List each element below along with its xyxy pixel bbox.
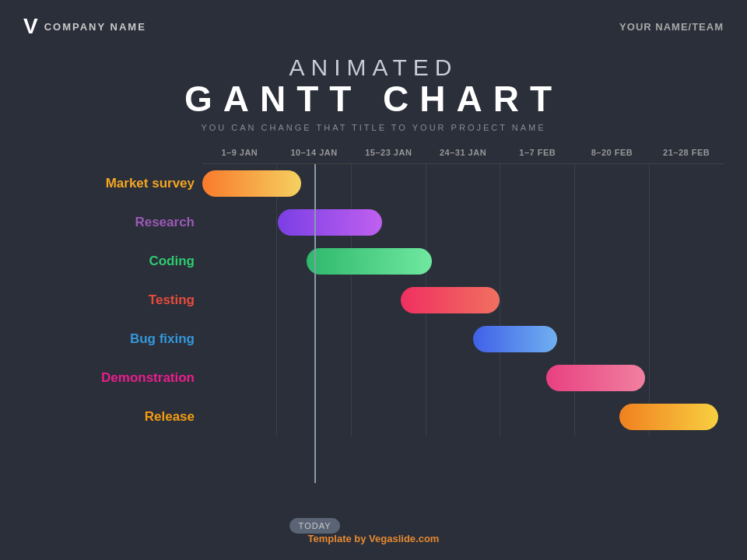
row-label: Bug fixing [23,331,195,347]
row-bar-area [202,208,724,237]
column-header: 10–14 JAN [277,148,352,157]
column-header: 15–23 JAN [351,148,426,157]
footer-link[interactable]: Vegaslide.com [369,533,439,544]
gantt-bar [619,404,718,430]
column-header: 24–31 JAN [426,148,500,157]
gantt-bar [278,209,382,236]
row-bar-area [202,363,724,393]
chart-row: Market survey [202,164,724,203]
column-header: 1–7 FEB [500,148,575,157]
title-subtitle: YOU CAN CHANGE THAT TITLE TO YOUR PROJEC… [0,123,747,132]
title-animated: ANIMATED [0,54,747,81]
row-label: Market survey [23,176,195,191]
chart-row: Research [202,203,724,242]
column-headers: 1–9 JAN10–14 JAN15–23 JAN24–31 JAN1–7 FE… [202,148,724,164]
gantt-bar [546,365,645,391]
column-header: 8–20 FEB [575,148,650,157]
column-header: 1–9 JAN [202,148,277,157]
row-bar-area [202,169,724,198]
today-marker: TODAY [314,164,316,483]
row-label: Demonstration [23,370,195,386]
chart-container: 1–9 JAN10–14 JAN15–23 JAN24–31 JAN1–7 FE… [0,148,747,436]
chart-row: Bug fixing [202,320,724,359]
gantt-bar [401,287,500,313]
row-bar-area [202,247,724,276]
chart-grid: TODAY Market surveyResearchCodingTesting… [202,164,724,436]
column-header: 21–28 FEB [649,148,724,157]
company-name: COMPANY NAME [44,21,146,33]
title-gantt: GANTT CHART [0,81,747,117]
gantt-bar [473,326,556,352]
chart-rows: Market surveyResearchCodingTestingBug fi… [202,164,724,436]
header: V COMPANY NAME YOUR NAME/TEAM [0,0,747,47]
chart-row: Release [202,397,724,436]
logo-icon: V [23,14,37,39]
chart-row: Testing [202,281,724,320]
row-bar-area [202,285,724,315]
title-section: ANIMATED GANTT CHART YOU CAN CHANGE THAT… [0,54,747,132]
footer: Template by Vegaslide.com [0,533,747,544]
gantt-bar [307,248,432,275]
chart-row: Demonstration [202,359,724,397]
today-label: TODAY [289,518,341,534]
footer-text: Template by [308,533,370,544]
row-label: Release [23,409,195,425]
chart-row: Coding [202,242,724,281]
row-label: Coding [23,254,195,269]
team-name: YOUR NAME/TEAM [619,21,724,33]
row-bar-area [202,324,724,354]
row-label: Testing [23,292,195,308]
logo-area: V COMPANY NAME [23,14,146,39]
row-bar-area [202,402,724,432]
row-label: Research [23,215,195,230]
gantt-bar [202,170,301,197]
